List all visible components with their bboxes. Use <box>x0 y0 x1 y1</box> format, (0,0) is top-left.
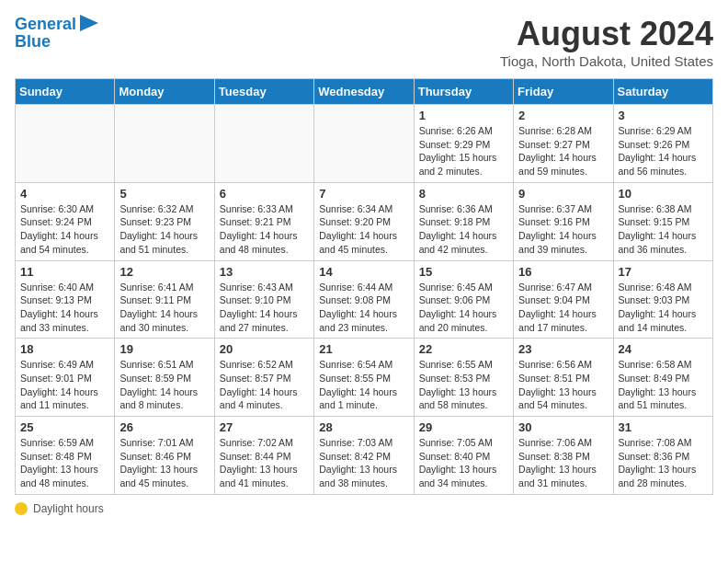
day-number: 11 <box>20 265 109 279</box>
day-number: 22 <box>419 342 508 356</box>
calendar-table: SundayMondayTuesdayWednesdayThursdayFrid… <box>15 78 713 495</box>
calendar-header-tuesday: Tuesday <box>214 79 313 105</box>
calendar-cell <box>16 105 115 183</box>
day-info: Sunrise: 6:36 AM Sunset: 9:18 PM Dayligh… <box>419 202 508 257</box>
day-info: Sunrise: 6:40 AM Sunset: 9:13 PM Dayligh… <box>20 281 109 335</box>
day-number: 20 <box>220 342 309 356</box>
calendar-cell <box>314 105 414 183</box>
calendar-cell: 5Sunrise: 6:32 AM Sunset: 9:23 PM Daylig… <box>115 182 214 260</box>
calendar-cell: 15Sunrise: 6:45 AM Sunset: 9:06 PM Dayli… <box>414 260 513 339</box>
day-info: Sunrise: 6:45 AM Sunset: 9:06 PM Dayligh… <box>419 281 508 335</box>
calendar-cell: 7Sunrise: 6:34 AM Sunset: 9:20 PM Daylig… <box>314 182 414 260</box>
calendar-week-row: 4Sunrise: 6:30 AM Sunset: 9:24 PM Daylig… <box>16 182 713 260</box>
logo: General Blue <box>15 15 98 52</box>
calendar-cell: 17Sunrise: 6:48 AM Sunset: 9:03 PM Dayli… <box>613 260 712 339</box>
calendar-cell: 23Sunrise: 6:56 AM Sunset: 8:51 PM Dayli… <box>514 339 613 417</box>
day-info: Sunrise: 6:47 AM Sunset: 9:04 PM Dayligh… <box>518 281 608 335</box>
day-number: 14 <box>319 265 408 279</box>
calendar-cell: 29Sunrise: 7:05 AM Sunset: 8:40 PM Dayli… <box>414 417 513 495</box>
calendar-cell <box>214 105 313 183</box>
day-info: Sunrise: 6:29 AM Sunset: 9:26 PM Dayligh… <box>619 124 708 178</box>
day-number: 17 <box>619 265 708 279</box>
calendar-week-row: 1Sunrise: 6:26 AM Sunset: 9:29 PM Daylig… <box>16 105 713 183</box>
day-number: 2 <box>518 109 608 122</box>
calendar-cell: 3Sunrise: 6:29 AM Sunset: 9:26 PM Daylig… <box>613 105 712 183</box>
day-number: 7 <box>319 187 408 201</box>
day-info: Sunrise: 6:33 AM Sunset: 9:21 PM Dayligh… <box>220 202 309 257</box>
day-info: Sunrise: 7:05 AM Sunset: 8:40 PM Dayligh… <box>419 436 508 490</box>
calendar-cell: 2Sunrise: 6:28 AM Sunset: 9:27 PM Daylig… <box>514 105 613 183</box>
calendar-header-monday: Monday <box>115 79 214 105</box>
day-info: Sunrise: 6:44 AM Sunset: 9:08 PM Dayligh… <box>319 281 408 335</box>
subtitle: Tioga, North Dakota, United States <box>500 53 713 69</box>
logo-text-line2: Blue <box>15 33 51 52</box>
day-number: 25 <box>20 420 109 434</box>
day-info: Sunrise: 6:51 AM Sunset: 8:59 PM Dayligh… <box>119 358 209 412</box>
day-info: Sunrise: 6:32 AM Sunset: 9:23 PM Dayligh… <box>119 202 209 257</box>
day-info: Sunrise: 6:38 AM Sunset: 9:15 PM Dayligh… <box>619 202 708 257</box>
calendar-cell: 19Sunrise: 6:51 AM Sunset: 8:59 PM Dayli… <box>115 339 214 417</box>
day-number: 31 <box>619 420 708 434</box>
day-info: Sunrise: 6:55 AM Sunset: 8:53 PM Dayligh… <box>419 358 508 412</box>
day-number: 19 <box>119 342 209 356</box>
calendar-cell: 12Sunrise: 6:41 AM Sunset: 9:11 PM Dayli… <box>115 260 214 339</box>
day-number: 4 <box>20 187 109 201</box>
calendar-cell: 16Sunrise: 6:47 AM Sunset: 9:04 PM Dayli… <box>514 260 613 339</box>
day-number: 26 <box>119 420 209 434</box>
footer-text: Daylight hours <box>33 502 104 515</box>
calendar-cell <box>115 105 214 183</box>
calendar-week-row: 11Sunrise: 6:40 AM Sunset: 9:13 PM Dayli… <box>16 260 713 339</box>
calendar-cell: 20Sunrise: 6:52 AM Sunset: 8:57 PM Dayli… <box>214 339 313 417</box>
day-info: Sunrise: 7:01 AM Sunset: 8:46 PM Dayligh… <box>119 436 209 490</box>
calendar-header-saturday: Saturday <box>613 79 712 105</box>
calendar-cell: 22Sunrise: 6:55 AM Sunset: 8:53 PM Dayli… <box>414 339 513 417</box>
calendar-week-row: 25Sunrise: 6:59 AM Sunset: 8:48 PM Dayli… <box>16 417 713 495</box>
calendar-cell: 8Sunrise: 6:36 AM Sunset: 9:18 PM Daylig… <box>414 182 513 260</box>
calendar-header-wednesday: Wednesday <box>314 79 414 105</box>
sun-icon <box>15 502 28 515</box>
day-info: Sunrise: 6:54 AM Sunset: 8:55 PM Dayligh… <box>319 358 408 412</box>
calendar-cell: 25Sunrise: 6:59 AM Sunset: 8:48 PM Dayli… <box>16 417 115 495</box>
calendar-header-row: SundayMondayTuesdayWednesdayThursdayFrid… <box>16 79 713 105</box>
day-info: Sunrise: 6:49 AM Sunset: 9:01 PM Dayligh… <box>20 358 109 412</box>
day-number: 13 <box>220 265 309 279</box>
day-number: 12 <box>119 265 209 279</box>
day-info: Sunrise: 6:56 AM Sunset: 8:51 PM Dayligh… <box>518 358 608 412</box>
day-info: Sunrise: 6:43 AM Sunset: 9:10 PM Dayligh… <box>220 281 309 335</box>
day-info: Sunrise: 7:02 AM Sunset: 8:44 PM Dayligh… <box>220 436 309 490</box>
day-number: 28 <box>319 420 408 434</box>
calendar-cell: 31Sunrise: 7:08 AM Sunset: 8:36 PM Dayli… <box>613 417 712 495</box>
day-number: 3 <box>619 109 708 122</box>
calendar-cell: 30Sunrise: 7:06 AM Sunset: 8:38 PM Dayli… <box>514 417 613 495</box>
calendar-cell: 13Sunrise: 6:43 AM Sunset: 9:10 PM Dayli… <box>214 260 313 339</box>
calendar-cell: 4Sunrise: 6:30 AM Sunset: 9:24 PM Daylig… <box>16 182 115 260</box>
day-number: 29 <box>419 420 508 434</box>
calendar-cell: 18Sunrise: 6:49 AM Sunset: 9:01 PM Dayli… <box>16 339 115 417</box>
calendar-header-friday: Friday <box>514 79 613 105</box>
day-info: Sunrise: 6:41 AM Sunset: 9:11 PM Dayligh… <box>119 281 209 335</box>
svg-marker-0 <box>80 15 98 31</box>
day-number: 15 <box>419 265 508 279</box>
calendar-cell: 28Sunrise: 7:03 AM Sunset: 8:42 PM Dayli… <box>314 417 414 495</box>
calendar-week-row: 18Sunrise: 6:49 AM Sunset: 9:01 PM Dayli… <box>16 339 713 417</box>
main-title: August 2024 <box>500 15 713 53</box>
day-info: Sunrise: 6:52 AM Sunset: 8:57 PM Dayligh… <box>220 358 309 412</box>
day-info: Sunrise: 6:48 AM Sunset: 9:03 PM Dayligh… <box>619 281 708 335</box>
calendar-cell: 21Sunrise: 6:54 AM Sunset: 8:55 PM Dayli… <box>314 339 414 417</box>
calendar-cell: 9Sunrise: 6:37 AM Sunset: 9:16 PM Daylig… <box>514 182 613 260</box>
title-block: August 2024 Tioga, North Dakota, United … <box>500 15 713 69</box>
logo-arrow-icon <box>80 15 98 31</box>
calendar-header-thursday: Thursday <box>414 79 513 105</box>
day-info: Sunrise: 7:03 AM Sunset: 8:42 PM Dayligh… <box>319 436 408 490</box>
day-number: 1 <box>419 109 508 122</box>
calendar-cell: 24Sunrise: 6:58 AM Sunset: 8:49 PM Dayli… <box>613 339 712 417</box>
calendar-cell: 6Sunrise: 6:33 AM Sunset: 9:21 PM Daylig… <box>214 182 313 260</box>
calendar-cell: 27Sunrise: 7:02 AM Sunset: 8:44 PM Dayli… <box>214 417 313 495</box>
calendar-cell: 26Sunrise: 7:01 AM Sunset: 8:46 PM Dayli… <box>115 417 214 495</box>
day-number: 24 <box>619 342 708 356</box>
day-info: Sunrise: 6:37 AM Sunset: 9:16 PM Dayligh… <box>518 202 608 257</box>
calendar-cell: 10Sunrise: 6:38 AM Sunset: 9:15 PM Dayli… <box>613 182 712 260</box>
day-info: Sunrise: 6:26 AM Sunset: 9:29 PM Dayligh… <box>419 124 508 178</box>
logo-text-line1: General <box>15 16 76 34</box>
day-number: 5 <box>119 187 209 201</box>
